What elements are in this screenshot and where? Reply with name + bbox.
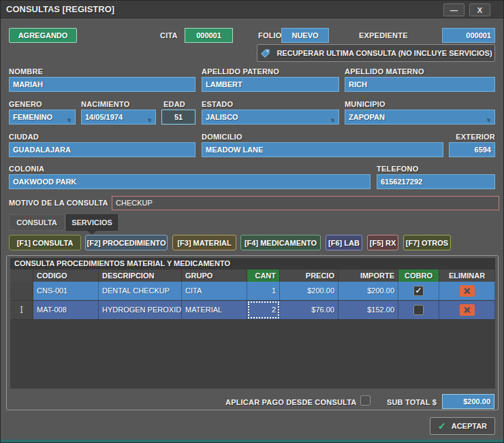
aplicar-pago-label: APLICAR PAGO DESDE CONSULTA xyxy=(225,398,356,406)
recuperar-label: RECUPERAR ULTIMA CONSULTA (NO INCLUYE SE… xyxy=(277,49,492,57)
check-icon: ✓ xyxy=(438,421,446,431)
cell-precio[interactable]: $200.00 xyxy=(280,282,338,300)
telefono-field[interactable]: 6156217292 xyxy=(377,174,495,189)
close-button[interactable]: X xyxy=(469,3,490,16)
cell-codigo[interactable]: MAT-008 xyxy=(33,301,99,319)
col-header-descripcion[interactable]: DESCRIPCION xyxy=(99,269,182,282)
ciudad-field[interactable]: GUADALAJARA xyxy=(9,142,195,157)
colonia-field[interactable]: OAKWOOD PARK xyxy=(9,174,371,189)
row-selector[interactable] xyxy=(10,282,33,300)
table-row: I MAT-008 HYDROGEN PEROXIDE MATERIAL 2 $… xyxy=(10,301,495,320)
close-icon: X xyxy=(477,6,482,14)
telefono-label: TELEFONO xyxy=(377,165,419,173)
window-title: CONSULTAS [REGISTRO] xyxy=(6,4,114,14)
municipio-label: MUNICIPIO xyxy=(345,100,385,108)
minimize-button[interactable]: — xyxy=(443,3,464,16)
cell-importe[interactable]: $200.00 xyxy=(338,282,398,300)
f7-otros-button[interactable]: [F7] OTROS xyxy=(403,235,451,250)
aplicar-pago-checkbox[interactable] xyxy=(360,395,371,406)
apellido-paterno-field[interactable]: LAMBERT xyxy=(202,77,339,92)
tab-consulta[interactable]: CONSULTA xyxy=(9,214,65,231)
edad-label: EDAD xyxy=(163,100,185,108)
delete-icon[interactable] xyxy=(460,285,475,297)
tab-servicios[interactable]: SERVICIOS xyxy=(66,214,118,231)
cell-cobro xyxy=(398,301,439,319)
grid-title: CONSULTA PROCEDIMIENTOS MATERIAL Y MEDIC… xyxy=(10,258,495,269)
subtotal-field[interactable]: $200.00 xyxy=(442,394,494,409)
nacimiento-label: NACIMIENTO xyxy=(81,100,129,108)
subtotal-label: SUB TOTAL $ xyxy=(379,398,437,406)
nacimiento-dropdown[interactable]: 14/05/1974 xyxy=(81,110,156,125)
col-header-grupo[interactable]: GRUPO xyxy=(182,269,247,282)
status-badge-agregando: AGREGANDO xyxy=(9,28,77,43)
cell-eliminar xyxy=(439,282,495,300)
cell-cant[interactable]: 1 xyxy=(247,282,280,300)
f5-rx-button[interactable]: [F5] RX xyxy=(367,235,398,250)
minimize-icon: — xyxy=(450,6,458,14)
recuperar-ultima-consulta-button[interactable]: RECUPERAR ULTIMA CONSULTA (NO INCLUYE SE… xyxy=(257,44,495,62)
cell-descripcion[interactable]: HYDROGEN PEROXIDE xyxy=(99,301,182,319)
f1-consulta-button[interactable]: [F1] CONSULTA xyxy=(9,235,81,250)
estado-label: ESTADO xyxy=(202,100,233,108)
col-header-eliminar[interactable]: ELIMINAR xyxy=(439,269,495,282)
table-row: CNS-001 DENTAL CHECKUP CITA 1 $200.00 $2… xyxy=(10,282,495,301)
estado-dropdown[interactable]: JALISCO xyxy=(202,110,339,125)
apellido-materno-label: APELLIDO MATERNO xyxy=(345,67,424,76)
colonia-label: COLONIA xyxy=(9,165,44,173)
col-header-importe[interactable]: IMPORTE xyxy=(338,269,398,282)
domicilio-label: DOMICILIO xyxy=(202,133,242,141)
window-bottom-accent xyxy=(1,440,503,442)
cita-field[interactable]: 000001 xyxy=(185,28,233,43)
col-header-cobro[interactable]: COBRO xyxy=(398,269,439,282)
f3-material-button[interactable]: [F3] MATERIAL xyxy=(172,235,236,250)
ciudad-label: CIUDAD xyxy=(9,133,39,141)
aceptar-label: ACEPTAR xyxy=(452,422,487,430)
exterior-field[interactable]: 6594 xyxy=(449,142,495,157)
grid-selector-header xyxy=(10,269,33,282)
cell-precio[interactable]: $76.00 xyxy=(280,301,338,319)
genero-dropdown[interactable]: FEMENINO xyxy=(9,110,76,125)
expediente-label: EXPEDIENTE xyxy=(359,31,408,39)
titlebar: CONSULTAS [REGISTRO] — X xyxy=(1,1,503,18)
cell-eliminar xyxy=(439,301,495,319)
col-header-codigo[interactable]: CODIGO xyxy=(33,269,99,282)
tag-icon xyxy=(259,48,271,59)
expediente-field[interactable]: 000001 xyxy=(442,28,495,43)
cell-cant-editing[interactable]: 2 xyxy=(247,301,280,319)
cobro-checkbox[interactable] xyxy=(413,286,424,296)
folio-field[interactable]: NUEVO xyxy=(281,28,329,43)
col-header-cant[interactable]: CANT xyxy=(247,269,280,282)
domicilio-field[interactable]: MEADOW LANE xyxy=(202,142,443,157)
cell-descripcion[interactable]: DENTAL CHECKUP xyxy=(99,282,182,300)
cell-cobro xyxy=(398,282,439,300)
folio-label: FOLIO xyxy=(258,31,282,39)
motivo-field[interactable]: CHECKUP xyxy=(112,196,499,210)
cobro-checkbox[interactable] xyxy=(413,305,424,315)
cell-codigo[interactable]: CNS-001 xyxy=(33,282,99,300)
cell-importe[interactable]: $152.00 xyxy=(338,301,398,319)
genero-label: GENERO xyxy=(9,100,42,108)
edad-field[interactable]: 51 xyxy=(161,110,195,125)
nombre-field[interactable]: MARIAH xyxy=(9,77,195,92)
f6-lab-button[interactable]: [F6] LAB xyxy=(326,235,362,250)
row-selector-edit-ibeam-icon[interactable]: I xyxy=(10,301,33,319)
services-grid: CONSULTA PROCEDIMIENTOS MATERIAL Y MEDIC… xyxy=(10,258,495,389)
motivo-label: MOTIVO DE LA CONSULTA xyxy=(9,199,108,207)
cita-label: CITA xyxy=(160,31,178,39)
apellido-materno-field[interactable]: RICH xyxy=(345,77,495,92)
f2-procedimiento-button[interactable]: [F2] PROCEDIMIENTO xyxy=(85,235,168,250)
f4-medicamento-button[interactable]: [F4] MEDICAMENTO xyxy=(240,235,321,250)
nombre-label: NOMBRE xyxy=(9,67,43,76)
grid-header-row: CODIGO DESCRIPCION GRUPO CANT PRECIO IMP… xyxy=(10,269,495,282)
aceptar-button[interactable]: ✓ ACEPTAR xyxy=(430,417,495,435)
delete-icon[interactable] xyxy=(460,304,475,316)
col-header-precio[interactable]: PRECIO xyxy=(280,269,338,282)
cell-grupo[interactable]: CITA xyxy=(182,282,247,300)
cell-grupo[interactable]: MATERIAL xyxy=(182,301,247,319)
consultas-registro-window: CONSULTAS [REGISTRO] — X AGREGANDO CITA … xyxy=(0,0,504,443)
exterior-label: EXTERIOR xyxy=(437,133,495,141)
apellido-paterno-label: APELLIDO PATERNO xyxy=(202,67,279,76)
municipio-dropdown[interactable]: ZAPOPAN xyxy=(345,110,495,125)
